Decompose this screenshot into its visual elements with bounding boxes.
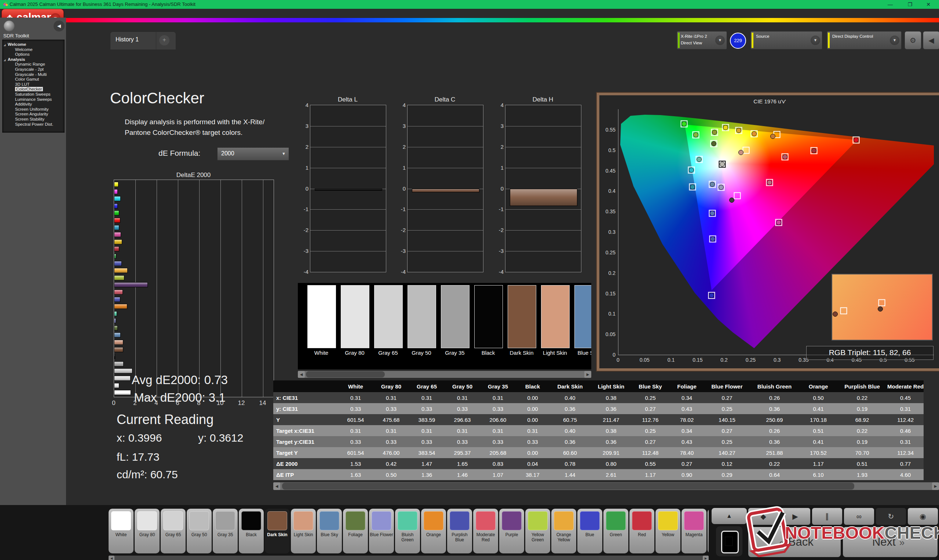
scrollbar-thumb[interactable] <box>115 556 599 560</box>
swatch-strip-scrollbar[interactable]: ◀ ▶ <box>298 371 591 378</box>
patch-button-dark-skin[interactable]: Dark Skin <box>265 509 290 554</box>
scroll-right-icon[interactable]: ▶ <box>932 482 939 490</box>
sidebar-item-screen-angularity[interactable]: Screen Angularity <box>3 112 64 117</box>
patch-button-yellow[interactable]: Yellow <box>655 509 680 554</box>
sidebar-item-color-gamut[interactable]: Color Gamut <box>3 77 64 82</box>
scrollbar-thumb[interactable] <box>282 483 854 490</box>
patch-button-gray-65[interactable]: Gray 65 <box>161 509 186 554</box>
swatch-black[interactable] <box>474 285 503 348</box>
scroll-right-icon[interactable]: ▶ <box>584 371 591 378</box>
sidebar-item-options[interactable]: Options <box>3 52 64 57</box>
sidebar-item-screen-uniformity[interactable]: Screen Uniformity <box>3 107 64 112</box>
sidebar-item-colorchecker[interactable]: ColorChecker <box>3 87 64 92</box>
patch-button-blue-flower[interactable]: Blue Flower <box>369 509 394 554</box>
sidebar-item-analysis[interactable]: ◢Analysis <box>3 57 64 62</box>
scrollbar-thumb[interactable] <box>306 371 385 377</box>
close-button[interactable]: ✕ <box>920 0 937 8</box>
scroll-left-icon[interactable]: ◀ <box>273 482 280 490</box>
sidebar-item-saturation-sweeps[interactable]: Saturation Sweeps <box>3 92 64 97</box>
patch-button-gray-50[interactable]: Gray 50 <box>187 509 212 554</box>
sidebar-orb-button[interactable] <box>4 20 15 32</box>
patch-button-white[interactable]: White <box>109 509 134 554</box>
swatch-white[interactable] <box>307 285 336 348</box>
scroll-left-icon[interactable]: ◀ <box>109 555 114 560</box>
tool-button-refresh-icon[interactable]: ↻ <box>876 508 906 525</box>
tool-button-read-icon[interactable]: ▶ <box>780 508 810 525</box>
patch-button-bluish-green[interactable]: Bluish Green <box>395 509 420 554</box>
swatch-light-skin[interactable] <box>541 285 570 348</box>
patch-label: Gray 50 <box>187 532 211 537</box>
patch-button-cyan[interactable]: Cyan <box>708 509 709 554</box>
scroll-right-icon[interactable]: ▶ <box>703 555 709 560</box>
sidebar-item-additivity[interactable]: Additivity <box>3 102 64 107</box>
de-bar-row-blue-flower <box>114 317 274 325</box>
settings-button[interactable]: ⚙ <box>905 31 921 49</box>
minimize-button[interactable]: — <box>882 0 899 8</box>
cell-value: 0.36 <box>549 403 591 414</box>
back-button[interactable]: «Back <box>748 527 841 557</box>
sidebar-collapse-button[interactable]: ◀ <box>54 20 65 32</box>
expander-icon: ◢ <box>4 57 6 63</box>
tool-button-pause-icon[interactable]: ∥ <box>812 508 842 525</box>
patch-button-green[interactable]: Green <box>603 509 628 554</box>
de-formula-dropdown[interactable]: 2000 ▼ <box>217 147 289 160</box>
sidebar-item-grayscale-2pt[interactable]: Grayscale - 2pt <box>3 67 64 72</box>
sidebar-item-grayscale-multi[interactable]: Grayscale - Multi <box>3 72 64 77</box>
patch-button-blue-sky[interactable]: Blue Sky <box>317 509 342 554</box>
sidebar-item-spectral-power-dist[interactable]: Spectral Power Dist. <box>3 122 64 127</box>
patch-button-purple[interactable]: Purple <box>499 509 524 554</box>
tool-button-pattern-icon[interactable]: ◆ <box>748 508 778 525</box>
cell-value: 0.22 <box>749 458 800 469</box>
patch-strip-scrollbar[interactable]: ◀ ▶ <box>109 555 709 560</box>
source-dropdown[interactable]: Source ▼ <box>751 31 822 49</box>
display-control-dropdown[interactable]: Direct Display Control ▼ <box>827 31 902 49</box>
patch-button-black[interactable]: Black <box>239 509 264 554</box>
table-scrollbar[interactable]: ◀ ▶ <box>273 482 939 490</box>
scroll-left-icon[interactable]: ◀ <box>298 371 305 378</box>
meter-dropdown[interactable]: X-Rite i1Pro 2 Direct View ▼ <box>677 31 727 49</box>
pattern-window-button[interactable] <box>716 526 742 556</box>
sidebar-item-3d-lut[interactable]: 3D LUT <box>3 82 64 87</box>
swatch-dark-skin[interactable] <box>508 285 536 348</box>
sidebar-item-screen-stability[interactable]: Screen Stability <box>3 117 64 122</box>
sidebar-item-dynamic-range[interactable]: Dynamic Range <box>3 62 64 67</box>
patch-button-red[interactable]: Red <box>629 509 654 554</box>
restore-button[interactable]: ❐ <box>902 0 919 8</box>
de-bar-row-blue-sky <box>114 331 274 338</box>
patch-button-gray-80[interactable]: Gray 80 <box>135 509 160 554</box>
patch-button-gray-35[interactable]: Gray 35 <box>213 509 238 554</box>
sidebar-item-welcome[interactable]: ◢Welcome <box>3 42 64 47</box>
y-tick-label: -3 <box>299 248 308 254</box>
delta-chart-plot <box>407 105 483 272</box>
sidebar-item-welcome[interactable]: Welcome <box>3 47 64 52</box>
panel-collapse-button[interactable]: ◀ <box>923 31 939 49</box>
patch-button-orange-yellow[interactable]: Orange Yellow <box>551 509 576 554</box>
swatch-gray-50[interactable] <box>407 285 436 348</box>
swatch-gray-80[interactable] <box>341 285 369 348</box>
add-tab-button[interactable]: + <box>159 35 170 45</box>
patch-button-blue[interactable]: Blue <box>577 509 602 554</box>
next-button[interactable]: Next» <box>843 527 937 557</box>
swatch-blue-sky[interactable] <box>574 285 591 348</box>
patch-button-purplish-blue[interactable]: Purplish Blue <box>447 509 472 554</box>
patch-button-orange[interactable]: Orange <box>421 509 446 554</box>
sidebar-item-luminance-sweeps[interactable]: Luminance Sweeps <box>3 97 64 102</box>
patch-button-light-skin[interactable]: Light Skin <box>291 509 316 554</box>
read-icon: ▶ <box>792 512 798 520</box>
patch-button-yellow-green[interactable]: Yellow Green <box>525 509 550 554</box>
expand-up-button[interactable]: ▲ <box>712 508 747 524</box>
patch-button-magenta[interactable]: Magenta <box>682 509 706 554</box>
swatch-gray-65[interactable] <box>374 285 403 348</box>
tool-button-target-icon[interactable]: ◉ <box>908 508 938 525</box>
patch-label: Blue Sky <box>317 532 341 537</box>
tool-button-continuous-icon[interactable]: ∞ <box>844 508 874 525</box>
chevron-down-icon[interactable]: ▼ <box>715 35 725 45</box>
delta-chart-title: Delta C <box>407 96 483 103</box>
chevron-down-icon[interactable]: ▼ <box>890 35 899 45</box>
col-header-dark-skin: Dark Skin <box>549 380 591 392</box>
swatch-gray-35[interactable] <box>441 285 470 348</box>
y-tick-label: -3 <box>494 248 504 254</box>
patch-button-foliage[interactable]: Foliage <box>343 509 368 554</box>
patch-button-moderate-red[interactable]: Moderate Red <box>473 509 498 554</box>
chevron-down-icon[interactable]: ▼ <box>811 35 820 45</box>
